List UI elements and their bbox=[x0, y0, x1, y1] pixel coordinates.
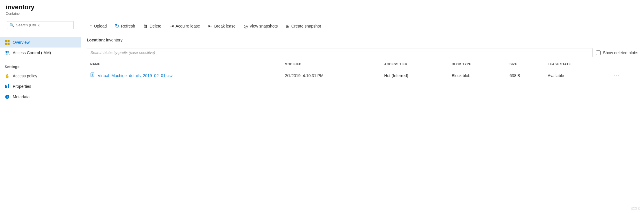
svg-rect-7 bbox=[5, 85, 6, 88]
overview-icon bbox=[5, 40, 10, 45]
show-deleted-text: Show deleted blobs bbox=[603, 50, 638, 55]
properties-icon bbox=[5, 84, 10, 89]
toolbar: ↑ Upload ↻ Refresh 🗑 Delete ⇥ Acquire le… bbox=[81, 18, 644, 34]
create-snapshot-icon: ⊞ bbox=[286, 23, 289, 29]
blob-search-row: Show deleted blobs bbox=[81, 46, 644, 59]
svg-point-4 bbox=[5, 51, 7, 53]
row-lease-state-cell: Available bbox=[544, 69, 610, 82]
view-snapshots-icon: ◎ bbox=[244, 23, 248, 29]
sidebar-item-access-policy[interactable]: Access policy bbox=[0, 71, 81, 81]
sidebar-item-overview-label: Overview bbox=[13, 40, 29, 45]
sidebar-item-metadata[interactable]: i Metadata bbox=[0, 92, 81, 102]
metadata-icon: i bbox=[5, 94, 10, 99]
location-label: Location: bbox=[87, 38, 105, 42]
sidebar-item-access-policy-label: Access policy bbox=[13, 74, 37, 78]
row-modified-cell: 2/1/2019, 4:10:31 PM bbox=[281, 69, 381, 82]
sidebar-item-properties-label: Properties bbox=[13, 84, 31, 89]
show-deleted-checkbox[interactable] bbox=[596, 50, 601, 55]
blob-name[interactable]: Virtual_Machine_details_2019_02_01.csv bbox=[98, 73, 173, 78]
refresh-button[interactable]: ↻ Refresh bbox=[111, 21, 139, 32]
search-icon: 🔍 bbox=[10, 23, 14, 27]
row-blob-type-cell: Block blob bbox=[448, 69, 506, 82]
svg-rect-0 bbox=[5, 40, 7, 42]
table-row: Virtual_Machine_details_2019_02_01.csv 2… bbox=[87, 69, 638, 82]
acquire-lease-icon: ⇥ bbox=[169, 23, 174, 29]
sidebar-item-overview[interactable]: Overview bbox=[0, 37, 81, 48]
view-snapshots-label: View snapshots bbox=[250, 24, 278, 28]
create-snapshot-label: Create snapshot bbox=[291, 24, 321, 28]
delete-button[interactable]: 🗑 Delete bbox=[139, 21, 165, 31]
upload-icon: ↑ bbox=[90, 23, 92, 29]
file-icon bbox=[90, 72, 95, 79]
more-actions-button[interactable]: ··· bbox=[613, 72, 619, 79]
page-title: inventory bbox=[6, 3, 638, 11]
svg-rect-6 bbox=[6, 76, 8, 78]
view-snapshots-button[interactable]: ◎ View snapshots bbox=[240, 21, 282, 31]
svg-rect-9 bbox=[8, 84, 9, 88]
col-access-tier: ACCESS TIER bbox=[381, 59, 448, 69]
blobs-table-container: NAME MODIFIED ACCESS TIER BLOB TYPE SIZE… bbox=[81, 59, 644, 213]
col-name: NAME bbox=[87, 59, 281, 69]
break-lease-icon: ⇤ bbox=[208, 23, 213, 29]
svg-text:i: i bbox=[7, 95, 8, 99]
sidebar: 🔍 Overview Access Control (IAM) Set bbox=[0, 18, 81, 213]
location-value: inventory bbox=[106, 38, 123, 42]
col-modified: MODIFIED bbox=[281, 59, 381, 69]
show-deleted-label[interactable]: Show deleted blobs bbox=[596, 50, 638, 55]
sidebar-search-input[interactable] bbox=[16, 23, 71, 27]
delete-icon: 🗑 bbox=[143, 23, 148, 29]
col-lease-state: LEASE STATE bbox=[544, 59, 610, 69]
iam-icon bbox=[5, 50, 10, 55]
refresh-icon: ↻ bbox=[115, 23, 119, 29]
blob-filename-link[interactable]: Virtual_Machine_details_2019_02_01.csv bbox=[90, 72, 278, 79]
blobs-table: NAME MODIFIED ACCESS TIER BLOB TYPE SIZE… bbox=[87, 59, 638, 82]
break-lease-label: Break lease bbox=[214, 24, 236, 28]
settings-section-header: Settings bbox=[0, 60, 81, 71]
row-size-cell: 638 B bbox=[506, 69, 544, 82]
svg-rect-2 bbox=[5, 43, 7, 45]
page-subtitle: Container bbox=[6, 12, 638, 16]
row-name-cell: Virtual_Machine_details_2019_02_01.csv bbox=[87, 69, 281, 82]
col-blob-type: BLOB TYPE bbox=[448, 59, 506, 69]
col-size: SIZE bbox=[506, 59, 544, 69]
location-bar: Location: inventory bbox=[81, 34, 644, 46]
svg-point-5 bbox=[7, 51, 9, 53]
acquire-lease-button[interactable]: ⇥ Acquire lease bbox=[165, 21, 204, 32]
break-lease-button[interactable]: ⇤ Break lease bbox=[204, 21, 240, 32]
acquire-lease-label: Acquire lease bbox=[176, 24, 200, 28]
content-area: ↑ Upload ↻ Refresh 🗑 Delete ⇥ Acquire le… bbox=[81, 18, 644, 213]
sidebar-item-metadata-label: Metadata bbox=[13, 94, 29, 99]
refresh-label: Refresh bbox=[121, 24, 135, 28]
row-access-tier-cell: Hot (Inferred) bbox=[381, 69, 448, 82]
svg-rect-1 bbox=[8, 40, 10, 42]
sidebar-item-iam-label: Access Control (IAM) bbox=[13, 50, 51, 55]
watermark: 亿迷云 bbox=[631, 206, 641, 211]
sidebar-search-container: 🔍 bbox=[3, 21, 77, 33]
create-snapshot-button[interactable]: ⊞ Create snapshot bbox=[282, 21, 325, 31]
svg-rect-8 bbox=[6, 85, 7, 88]
svg-rect-3 bbox=[8, 43, 10, 45]
access-policy-icon bbox=[5, 73, 10, 79]
col-actions bbox=[610, 59, 638, 69]
blob-search-input[interactable] bbox=[87, 48, 593, 57]
upload-label: Upload bbox=[94, 24, 107, 28]
delete-label: Delete bbox=[150, 24, 161, 28]
row-actions-cell: ··· bbox=[610, 69, 638, 82]
table-header-row: NAME MODIFIED ACCESS TIER BLOB TYPE SIZE… bbox=[87, 59, 638, 69]
sidebar-item-properties[interactable]: Properties bbox=[0, 81, 81, 92]
sidebar-item-iam[interactable]: Access Control (IAM) bbox=[0, 48, 81, 58]
upload-button[interactable]: ↑ Upload bbox=[86, 21, 111, 32]
